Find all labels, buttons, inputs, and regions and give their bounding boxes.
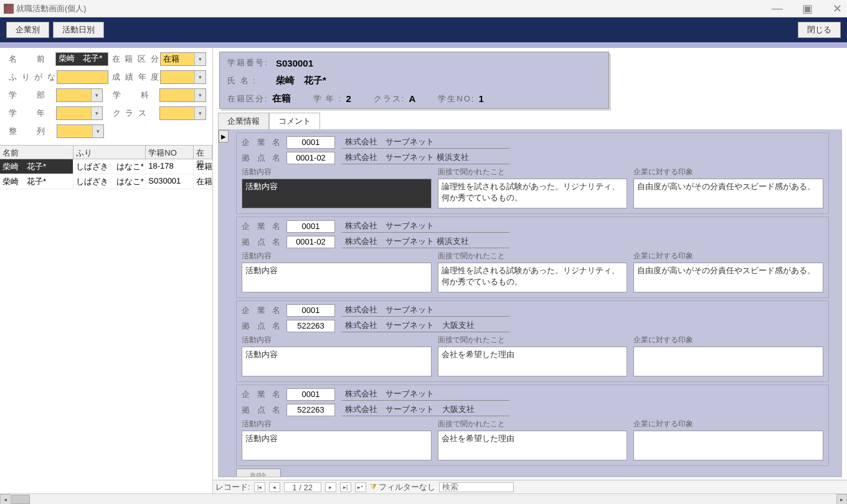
recnav-new-button[interactable]: ▸* [355, 482, 366, 492]
label-location: 拠 点 名 [242, 236, 286, 248]
impression-textarea[interactable]: 自由度が高いがその分責任やスピード感がある。 [633, 179, 823, 208]
app-icon [4, 4, 14, 14]
interview-textarea[interactable]: 会社を希望した理由 [438, 347, 628, 376]
location-code-input[interactable]: 522263 [286, 404, 335, 416]
interview-textarea[interactable]: 会社を希望した理由 [438, 431, 628, 460]
company-code-input[interactable]: 0001 [286, 388, 335, 401]
label-company: 企 業 名 [242, 389, 286, 400]
th-sno[interactable]: 学籍NO [146, 146, 194, 159]
chevron-down-icon: ▾ [194, 53, 206, 65]
label-interview: 面接で聞かれたこと [438, 335, 628, 345]
location-code-input[interactable]: 0001-02 [286, 236, 335, 248]
label-impression: 企業に対する印象 [633, 335, 823, 345]
location-code-input[interactable]: 522263 [286, 320, 335, 332]
location-name: 株式会社 サーブネット 大阪支社 [341, 319, 509, 332]
label-impression: 企業に対する印象 [633, 251, 823, 261]
activity-textarea[interactable]: 活動内容 [242, 263, 432, 292]
recnav-last-button[interactable]: ▸| [340, 482, 351, 492]
value-student-name: 柴崎 花子* [276, 75, 326, 86]
record-navigator: レコード: |◂ ◂ 1 / 22 ▸ ▸| ▸* ⧩フィルターなし [213, 480, 847, 493]
label-student-no: 学籍番号: [227, 57, 276, 68]
impression-textarea[interactable]: 自由度が高いがその分責任やスピード感がある。 [633, 263, 823, 292]
company-code-input[interactable]: 0001 [286, 304, 335, 317]
label-student-name: 氏 名 : [227, 75, 276, 86]
chevron-down-icon: ▾ [91, 89, 102, 101]
activity-textarea[interactable]: 活動内容 [242, 347, 432, 376]
location-name: 株式会社 サーブネット 横浜支社 [341, 151, 509, 164]
value-student-no: S030001 [276, 58, 313, 68]
scroll-right-icon[interactable]: ▸ [836, 494, 847, 504]
th-name[interactable]: 名前 [0, 146, 73, 159]
comment-card: 企 業 名 0001 株式会社 サーブネット 拠 点 名 522263 株式会社… [236, 301, 829, 382]
label-company: 企 業 名 [242, 137, 286, 148]
label-grade-year: 成 績 年 度 [112, 72, 160, 83]
label-interview: 面接で聞かれたこと [438, 167, 628, 177]
by-date-button[interactable]: 活動日別 [53, 22, 104, 38]
horizontal-scrollbar[interactable]: ◂ ▸ [0, 493, 847, 504]
filter-name-input[interactable]: 柴崎 花子* [55, 52, 108, 66]
company-code-input[interactable]: 0001 [286, 220, 335, 233]
company-name: 株式会社 サーブネット [341, 136, 509, 149]
chevron-down-icon: ▾ [194, 107, 206, 119]
filter-furigana-input[interactable] [57, 70, 109, 84]
label-sort: 整 列 [9, 126, 57, 137]
th-furi[interactable]: ふり [73, 146, 146, 159]
label-company: 企 業 名 [242, 221, 286, 232]
company-name: 株式会社 サーブネット [341, 388, 509, 401]
minimize-button[interactable]: — [771, 2, 783, 15]
record-selector-icon[interactable]: ▶ [219, 130, 229, 142]
table-row[interactable]: 柴崎 花子*しばざき はなこ*S030001在籍 [0, 174, 212, 189]
filter-year-select[interactable]: ▾ [56, 106, 103, 120]
comment-subform: ▶ 企 業 名 0001 株式会社 サーブネット 拠 点 名 0001-02 株… [218, 129, 842, 477]
activity-textarea[interactable]: 活動内容 [242, 179, 432, 208]
recnav-search-input[interactable] [439, 482, 514, 492]
filter-grade-year-select[interactable]: ▾ [160, 70, 206, 84]
recnav-prev-button[interactable]: ◂ [269, 482, 280, 492]
label-impression: 企業に対する印象 [633, 167, 823, 177]
label-interview: 面接で聞かれたこと [438, 419, 628, 429]
chevron-down-icon: ▾ [194, 89, 206, 101]
label-activity: 活動内容 [242, 335, 432, 345]
recnav-label: レコード: [215, 482, 250, 493]
chevron-down-icon: ▾ [91, 107, 102, 119]
label-location: 拠 点 名 [242, 320, 286, 332]
close-window-button[interactable]: ✕ [831, 2, 843, 15]
by-company-button[interactable]: 企業別 [6, 22, 49, 38]
tab-company[interactable]: 企業情報 [218, 113, 269, 129]
label-interview: 面接で聞かれたこと [438, 251, 628, 261]
maximize-button[interactable]: ▣ [801, 2, 813, 15]
filter-department-select[interactable]: ▾ [159, 88, 206, 102]
recnav-next-button[interactable]: ▸ [325, 482, 336, 492]
interview-textarea[interactable]: 論理性を試される試験があった。リジナリティ、何か秀でているもの。 [438, 263, 628, 292]
company-code-input[interactable]: 0001 [286, 136, 335, 149]
label-location: 拠 点 名 [242, 404, 286, 416]
filter-faculty-select[interactable]: ▾ [56, 88, 103, 102]
scroll-left-icon[interactable]: ◂ [0, 494, 11, 504]
comment-card: 企 業 名 0001 株式会社 サーブネット 拠 点 名 522263 株式会社… [236, 385, 829, 466]
decor-band [0, 42, 847, 48]
label-furigana: ふ り が な [9, 72, 57, 83]
chevron-down-icon: ▾ [92, 125, 103, 138]
filter-sort-select[interactable]: ▾ [57, 124, 104, 138]
recnav-position[interactable]: 1 / 22 [284, 482, 321, 492]
interview-textarea[interactable]: 論理性を試される試験があった。リジナリティ、何か秀でているもの。 [438, 179, 628, 208]
th-enr[interactable]: 在籍 [194, 146, 212, 159]
filter-class-select[interactable]: ▾ [159, 106, 206, 120]
delete-button[interactable]: 削除 [236, 469, 281, 477]
comment-card: 企 業 名 0001 株式会社 サーブネット 拠 点 名 0001-02 株式会… [236, 217, 829, 298]
close-button[interactable]: 閉じる [798, 22, 841, 38]
location-code-input[interactable]: 0001-02 [286, 152, 335, 164]
activity-textarea[interactable]: 活動内容 [242, 431, 432, 460]
student-info-panel: 学籍番号: S030001 氏 名 : 柴崎 花子* 在籍区分:在籍 学 年 :… [219, 52, 609, 109]
recnav-first-button[interactable]: |◂ [254, 482, 265, 492]
impression-textarea[interactable] [633, 347, 823, 376]
tab-comment[interactable]: コメント [269, 113, 320, 129]
label-year: 学 年 [9, 108, 56, 119]
location-name: 株式会社 サーブネット 大阪支社 [341, 403, 509, 416]
label-faculty: 学 部 [9, 90, 56, 101]
recnav-filter[interactable]: フィルターなし [379, 482, 435, 493]
scroll-thumb[interactable] [11, 495, 30, 504]
impression-textarea[interactable] [633, 431, 823, 460]
filter-enrollment-select[interactable]: 在籍▾ [160, 52, 206, 66]
table-row[interactable]: 柴崎 花子*しばざき はなこ*18-178在籍 [0, 159, 212, 174]
